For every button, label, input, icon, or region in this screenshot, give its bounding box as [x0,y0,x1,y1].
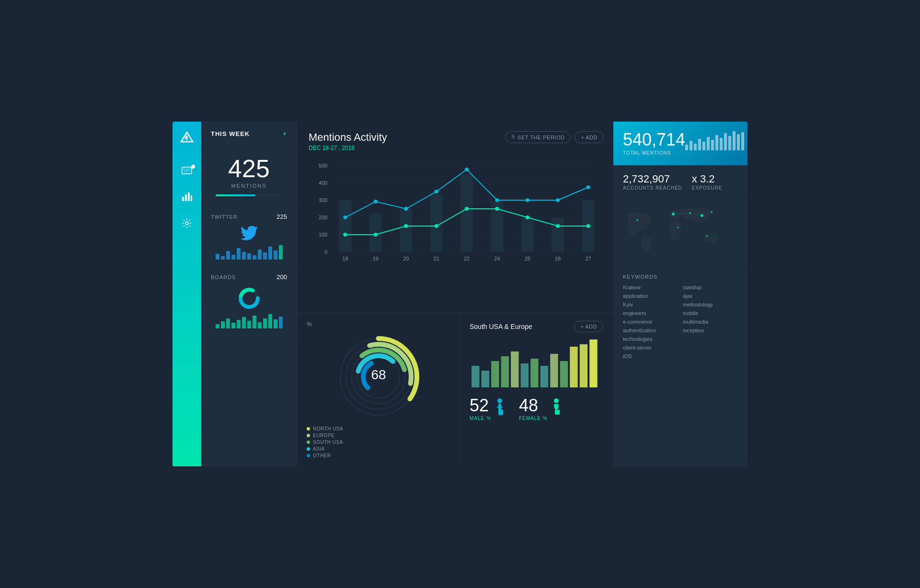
boards-label: BOARDS [211,274,236,280]
keywords-section: KEYWORDS Krakow standup application ajax… [613,268,748,466]
add-button[interactable]: + ADD [575,131,604,143]
mentions-section: 425 MENTIONS [201,147,297,206]
twitter-label: TWITTER [211,214,238,220]
bar-section-title: South USA & Europe [470,323,532,330]
svg-rect-84 [580,344,587,387]
period-icon: ⠿ [511,134,516,140]
bottom-charts: % [297,313,613,466]
svg-point-91 [554,398,559,403]
svg-point-99 [636,219,638,221]
notification-badge [191,165,195,169]
boards-count: 200 [276,273,287,281]
svg-text:100: 100 [319,232,327,237]
mentions-activity-section: Mentions Activity DEC 18-27 , 2016 ⠿ SET… [297,122,613,313]
keyword-krakow: Krakow [623,284,678,290]
svg-rect-78 [521,363,529,387]
svg-text:21: 21 [434,256,439,261]
svg-point-49 [465,168,469,171]
svg-text:22: 22 [464,256,470,261]
period-header[interactable]: THIS WEEK ▼ [201,122,297,147]
donut-chart: 68 [307,331,450,422]
sidebar-nav [172,122,201,466]
male-icon [495,397,505,419]
svg-point-58 [465,207,469,211]
svg-text:27: 27 [586,256,591,261]
svg-rect-76 [501,356,509,387]
female-icon [552,397,561,419]
svg-point-98 [711,211,713,213]
total-mentions-number: 540,714 [623,131,685,148]
messages-nav-icon[interactable] [182,167,192,178]
exposure-stat: x 3.2 EXPOSURE [692,173,723,191]
mentions-progress-fill [216,194,255,196]
svg-rect-8 [185,194,187,201]
female-label: FEMALE % [519,416,548,421]
keywords-grid: Krakow standup application ajax Kyiv met… [623,284,738,359]
line-chart: 500 400 300 200 100 0 18 19 20 21 22 24 … [309,156,602,261]
svg-point-53 [586,185,590,189]
svg-rect-80 [540,366,548,387]
svg-point-56 [404,224,408,228]
settings-nav-icon[interactable] [182,218,192,230]
svg-point-86 [497,398,502,403]
svg-text:20: 20 [403,256,409,261]
period-dropdown-arrow: ▼ [282,131,287,136]
boards-section: BOARDS 200 [201,267,297,336]
svg-rect-74 [482,371,489,387]
svg-rect-43 [552,217,564,252]
svg-rect-40 [460,174,473,252]
svg-rect-7 [182,197,184,201]
svg-point-47 [404,207,408,211]
svg-point-55 [374,233,378,237]
keyword-empty3 [683,353,738,359]
chart-date: DEC 18-27 , 2016 [309,145,602,151]
svg-text:19: 19 [373,256,379,261]
svg-rect-81 [550,354,558,387]
svg-text:200: 200 [319,215,327,220]
svg-rect-89 [501,409,503,415]
keyword-ios: iOS [623,353,678,359]
svg-rect-36 [339,200,351,252]
bar-add-button[interactable]: + ADD [574,321,603,332]
svg-rect-82 [560,361,568,387]
keyword-empty2 [683,345,738,351]
svg-rect-9 [188,192,190,201]
keyword-mobile: mobile [683,310,738,316]
svg-point-101 [706,235,708,237]
left-panel: THIS WEEK ▼ 425 MENTIONS TWITTER 225 [201,122,297,466]
donut-legend: NORTH USA EUROPE SOUTH USA ASIA OTHER [307,426,450,458]
bar-chart-section: South USA & Europe + ADD [460,313,613,466]
svg-point-60 [525,215,529,219]
svg-rect-38 [400,209,412,252]
svg-point-48 [434,190,438,193]
set-period-button[interactable]: ⠿ SET THE PERIOD [505,131,571,143]
total-header: 540,714 TOTAL MENTIONS [613,122,748,165]
svg-rect-10 [191,195,192,201]
analytics-nav-icon[interactable] [182,192,192,204]
exposure-number: x 3.2 [692,173,723,185]
svg-text:68: 68 [371,367,386,382]
accounts-reached-label: ACCOUNTS REACHED [623,185,682,191]
svg-text:24: 24 [494,256,500,261]
svg-text:300: 300 [319,198,327,203]
keyword-technologies: technologies [623,336,678,342]
twitter-section: TWITTER 225 [201,206,297,267]
right-panel: 540,714 TOTAL MENTIONS [613,122,748,466]
period-title: THIS WEEK [211,130,250,137]
keyword-standup: standup [683,284,738,290]
male-stat: 52 MALE % [470,396,505,421]
twitter-bird-icon [211,226,287,240]
svg-text:0: 0 [324,249,327,255]
main-area: Mentions Activity DEC 18-27 , 2016 ⠿ SET… [297,122,613,466]
mentions-label: MENTIONS [211,183,287,189]
svg-rect-93 [557,410,560,415]
svg-rect-92 [555,410,557,415]
svg-point-57 [434,224,438,228]
keyword-application: application [623,293,678,299]
male-percent: 52 [470,396,491,416]
bar-section-header: South USA & Europe + ADD [470,321,603,332]
svg-rect-73 [472,366,479,387]
gender-stats: 52 MALE % [470,396,603,421]
svg-point-51 [525,198,529,202]
donut-chart-section: % [297,313,460,466]
